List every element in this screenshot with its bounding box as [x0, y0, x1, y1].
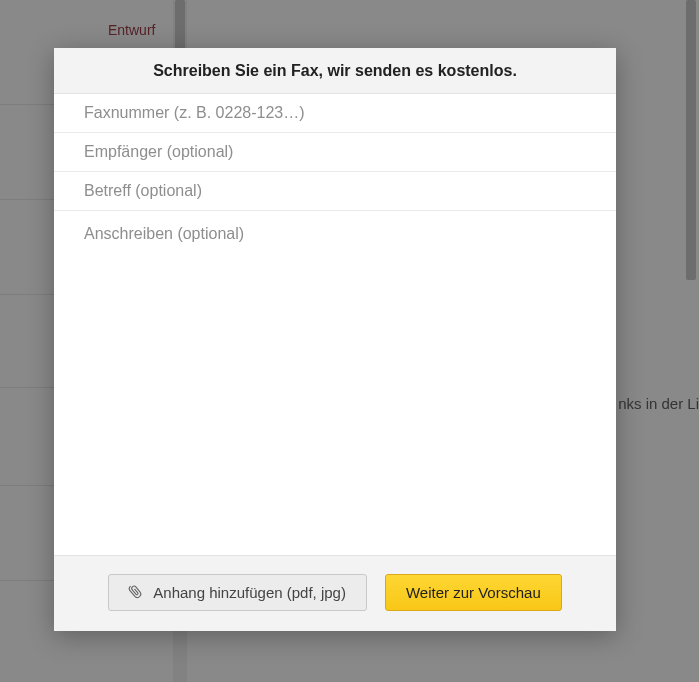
recipient-input[interactable]	[54, 133, 616, 171]
fax-number-row	[54, 94, 616, 133]
cover-letter-textarea[interactable]	[54, 211, 616, 551]
cover-letter-row	[54, 211, 616, 555]
modal-title: Schreiben Sie ein Fax, wir senden es kos…	[153, 62, 517, 79]
recipient-row	[54, 133, 616, 172]
add-attachment-button[interactable]: Anhang hinzufügen (pdf, jpg)	[108, 574, 367, 611]
continue-preview-label: Weiter zur Vorschau	[406, 584, 541, 601]
modal-header: Schreiben Sie ein Fax, wir senden es kos…	[54, 48, 616, 94]
paperclip-icon	[125, 581, 148, 605]
continue-preview-button[interactable]: Weiter zur Vorschau	[385, 574, 562, 611]
fax-number-input[interactable]	[54, 94, 616, 132]
compose-fax-modal: Schreiben Sie ein Fax, wir senden es kos…	[54, 48, 616, 631]
subject-input[interactable]	[54, 172, 616, 210]
add-attachment-label: Anhang hinzufügen (pdf, jpg)	[153, 584, 346, 601]
modal-footer: Anhang hinzufügen (pdf, jpg) Weiter zur …	[54, 555, 616, 631]
subject-row	[54, 172, 616, 211]
